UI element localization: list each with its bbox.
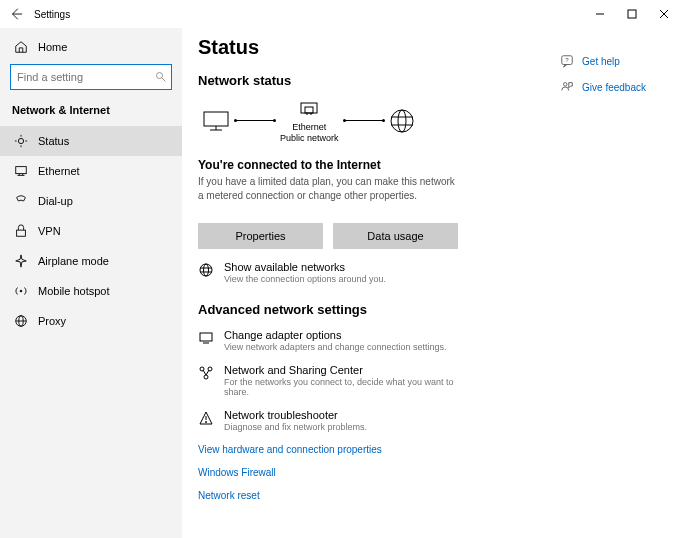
svg-point-4 [157,73,163,79]
network-reset-link[interactable]: Network reset [198,490,458,501]
section-title: Network & Internet [0,100,182,126]
network-diagram: EthernetPublic network [198,98,458,144]
nav-proxy[interactable]: Proxy [0,306,182,336]
minimize-button[interactable] [584,0,616,28]
nav-label: Mobile hotspot [38,285,110,297]
svg-text:?: ? [565,56,569,63]
sharing-icon [198,365,214,381]
home-label: Home [38,41,67,53]
right-panel: ? Get help Give feedback [560,54,646,94]
titlebar: Settings [0,0,680,28]
nav-dialup[interactable]: Dial-up [0,186,182,216]
maximize-button[interactable] [616,0,648,28]
svg-line-40 [203,370,206,375]
airplane-icon [14,254,28,268]
status-icon [14,134,28,148]
svg-point-6 [18,138,23,143]
nav-label: Proxy [38,315,66,327]
svg-point-46 [564,83,568,87]
svg-point-31 [200,264,212,276]
warning-icon [198,410,214,426]
svg-point-43 [206,421,207,422]
nav-hotspot[interactable]: Mobile hotspot [0,276,182,306]
section-advanced: Advanced network settings [198,302,458,317]
svg-rect-23 [301,103,317,113]
nav-status[interactable]: Status [0,126,182,156]
svg-rect-15 [17,230,26,236]
svg-rect-20 [204,112,228,126]
dialup-icon [14,194,28,208]
svg-line-41 [206,370,209,375]
globe-icon [198,262,214,278]
svg-point-27 [391,110,413,132]
firewall-link[interactable]: Windows Firewall [198,467,458,478]
nav-ethernet[interactable]: Ethernet [0,156,182,186]
data-usage-button[interactable]: Data usage [333,223,458,249]
section-network-status: Network status [198,73,458,88]
globe-node [389,108,415,134]
svg-line-5 [162,78,166,82]
adapter-icon [198,330,214,346]
connection-headline: You're connected to the Internet [198,158,458,172]
sidebar: Home Network & Internet Status Ethernet … [0,28,182,538]
nav-vpn[interactable]: VPN [0,216,182,246]
nav-label: Status [38,135,69,147]
connection-sub: If you have a limited data plan, you can… [198,175,458,203]
svg-rect-24 [305,107,313,113]
vpn-icon [14,224,28,238]
back-button[interactable] [4,0,28,28]
hotspot-icon [14,284,28,298]
sharing-center-item[interactable]: Network and Sharing Center For the netwo… [198,364,458,397]
nav-label: Dial-up [38,195,73,207]
show-networks-item[interactable]: Show available networks View the connect… [198,261,458,284]
troubleshooter-item[interactable]: Network troubleshooter Diagnose and fix … [198,409,458,432]
svg-point-16 [20,290,22,292]
help-icon: ? [560,54,574,68]
content: Status Network status EthernetPublic net… [182,28,680,538]
adapter-options-item[interactable]: Change adapter options View network adap… [198,329,458,352]
pc-node [202,110,230,132]
search-icon [155,71,167,83]
feedback-icon [560,80,574,94]
window-title: Settings [34,9,70,20]
give-feedback-link[interactable]: Give feedback [560,80,646,94]
svg-rect-1 [628,10,636,18]
ethernet-node: EthernetPublic network [280,98,339,144]
svg-rect-35 [200,333,212,341]
page-title: Status [198,36,458,59]
home-icon [14,40,28,54]
get-help-link[interactable]: ? Get help [560,54,646,68]
svg-point-39 [204,375,208,379]
close-button[interactable] [648,0,680,28]
properties-button[interactable]: Properties [198,223,323,249]
proxy-icon [14,314,28,328]
svg-point-28 [398,110,406,132]
home-nav[interactable]: Home [0,34,182,64]
nav-label: Ethernet [38,165,80,177]
nav-label: VPN [38,225,61,237]
svg-point-32 [204,264,209,276]
svg-rect-11 [16,167,27,174]
hardware-link[interactable]: View hardware and connection properties [198,444,458,455]
search-input[interactable] [10,64,172,90]
nav-label: Airplane mode [38,255,109,267]
nav-airplane[interactable]: Airplane mode [0,246,182,276]
ethernet-icon [14,164,28,178]
